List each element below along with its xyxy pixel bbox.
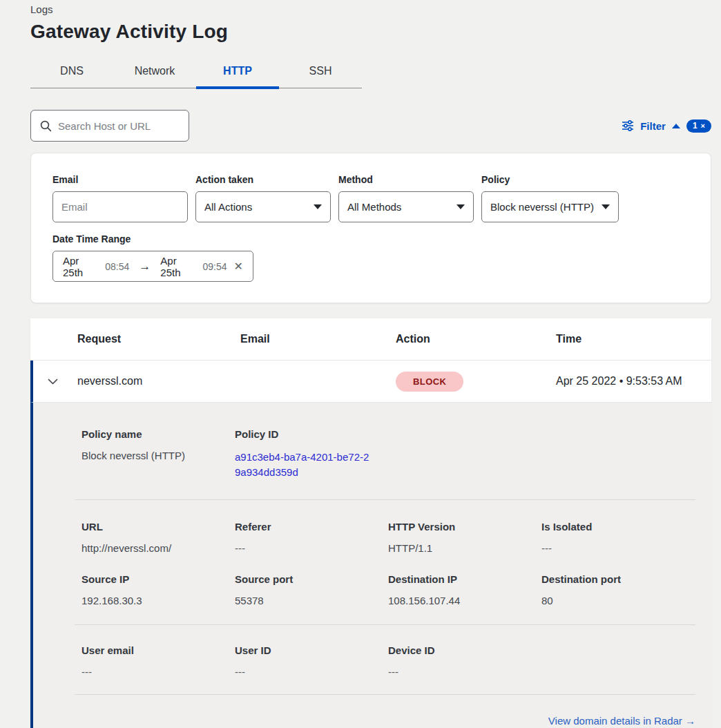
device-id-value: --- [388,666,541,678]
action-taken-select[interactable]: All Actions [195,191,331,222]
range-start-time[interactable]: 08:54 [105,261,129,272]
policy-section: Policy name Block neverssl (HTTP) Policy… [75,403,695,499]
tab-dns[interactable]: DNS [30,58,113,88]
policy-id-item: Policy ID a91c3eb4-ba7a-4201-be72-29a934… [235,428,695,480]
email-filter-input[interactable] [61,201,179,213]
page-title: Gateway Activity Log [30,21,711,43]
policy-value: Block neverssl (HTTP) [490,201,594,213]
search-input[interactable] [58,120,180,132]
row-action: BLOCK [396,372,556,392]
destination-ip-label: Destination IP [388,573,541,585]
range-end-date[interactable]: Apr 25th [160,255,195,278]
user-id-label: User ID [235,644,388,656]
destination-port-value: 80 [541,595,695,606]
referer-value: --- [235,542,388,554]
block-status-badge: BLOCK [396,372,463,392]
url-section: URL http://neverssl.com/ Referer --- HTT… [75,500,695,554]
source-port-item: Source port 55378 [235,573,388,606]
details-footer: View domain details in Radar → [75,695,695,728]
method-value: All Methods [347,201,401,213]
filter-row-2: Date Time Range Apr 25th 08:54 → Apr 25t… [52,233,689,282]
destination-port-label: Destination port [541,573,695,585]
row-request: neverssl.com [77,375,240,387]
log-table: Request Email Action Time neverssl.com B… [30,318,711,728]
tab-ssh[interactable]: SSH [279,58,362,88]
filter-area: Filter 1 × [622,119,711,133]
source-ip-item: Source IP 192.168.30.3 [81,573,235,606]
clear-filters-icon[interactable]: × [701,122,705,130]
search-box[interactable] [30,110,189,142]
http-version-label: HTTP Version [388,521,541,533]
action-taken-label: Action taken [195,174,331,185]
clear-date-range-icon[interactable]: ✕ [234,260,243,273]
date-range-picker[interactable]: Apr 25th 08:54 → Apr 25th 09:54 ✕ [52,251,253,282]
device-id-label: Device ID [388,644,541,656]
user-email-label: User email [81,644,235,656]
user-id-value: --- [235,666,388,678]
filter-count-badge[interactable]: 1 × [686,119,711,133]
view-in-radar-link[interactable]: View domain details in Radar → [548,715,695,727]
method-label: Method [338,174,474,185]
toolbar: Filter 1 × [30,110,711,142]
column-header-time: Time [556,333,711,345]
email-filter-label: Email [52,174,188,185]
url-value: http://neverssl.com/ [81,542,235,554]
filter-sliders-icon [622,120,634,131]
row-details-panel: Policy name Block neverssl (HTTP) Policy… [30,403,711,728]
user-section: User email --- User ID --- Device ID --- [75,625,695,694]
policy-label: Policy [481,174,619,185]
source-ip-value: 192.168.30.3 [81,595,235,606]
date-time-range-label: Date Time Range [52,233,253,245]
url-label: URL [81,521,235,533]
action-taken-field: Action taken All Actions [195,174,331,222]
column-header-action: Action [396,333,556,345]
policy-select[interactable]: Block neverssl (HTTP) [481,191,619,222]
range-start-date[interactable]: Apr 25th [63,255,98,278]
chevron-down-icon [48,379,58,385]
http-version-item: HTTP Version HTTP/1.1 [388,521,541,554]
table-row[interactable]: neverssl.com BLOCK Apr 25 2022 • 9:53:53… [30,361,711,403]
destination-ip-item: Destination IP 108.156.107.44 [388,573,541,606]
gateway-activity-page: Logs Gateway Activity Log DNS Network HT… [0,0,721,728]
chevron-up-icon[interactable] [672,124,680,128]
destination-port-item: Destination port 80 [541,573,695,606]
source-port-label: Source port [235,573,388,585]
policy-name-label: Policy name [81,428,235,440]
chevron-down-icon [314,204,322,209]
range-end-time[interactable]: 09:54 [203,261,227,272]
referer-item: Referer --- [235,521,388,554]
filter-count: 1 [693,121,698,131]
range-arrow-icon: → [136,260,153,274]
log-type-tabs: DNS Network HTTP SSH [30,58,362,88]
email-filter-control [52,191,188,222]
row-expander[interactable] [33,379,77,385]
tab-http[interactable]: HTTP [196,58,279,88]
search-icon [40,120,52,132]
filter-row-1: Email Action taken All Actions Method Al… [52,174,689,222]
chevron-down-icon [602,204,610,209]
is-isolated-item: Is Isolated --- [541,521,695,554]
destination-ip-value: 108.156.107.44 [388,595,541,606]
user-id-item: User ID --- [235,644,388,678]
filter-toggle-button[interactable]: Filter [640,120,666,132]
email-filter-field: Email [52,174,188,222]
policy-id-link[interactable]: a91c3eb4-ba7a-4201-be72-29a934dd359d [235,450,370,480]
method-select[interactable]: All Methods [338,191,474,222]
policy-name-value: Block neverssl (HTTP) [81,450,235,461]
url-item: URL http://neverssl.com/ [81,521,235,554]
is-isolated-label: Is Isolated [541,521,695,533]
row-time: Apr 25 2022 • 9:53:53 AM [556,375,711,387]
policy-id-label: Policy ID [235,428,695,440]
method-field: Method All Methods [338,174,474,222]
column-header-email: Email [240,333,396,345]
tab-network[interactable]: Network [113,58,196,88]
breadcrumb[interactable]: Logs [30,0,711,15]
chevron-down-icon [456,204,465,209]
source-ip-label: Source IP [81,573,235,585]
device-id-item: Device ID --- [388,644,541,678]
user-email-value: --- [81,666,235,678]
action-taken-value: All Actions [204,201,252,213]
date-time-range-field: Date Time Range Apr 25th 08:54 → Apr 25t… [52,233,253,282]
user-email-item: User email --- [81,644,235,678]
referer-label: Referer [235,521,388,533]
